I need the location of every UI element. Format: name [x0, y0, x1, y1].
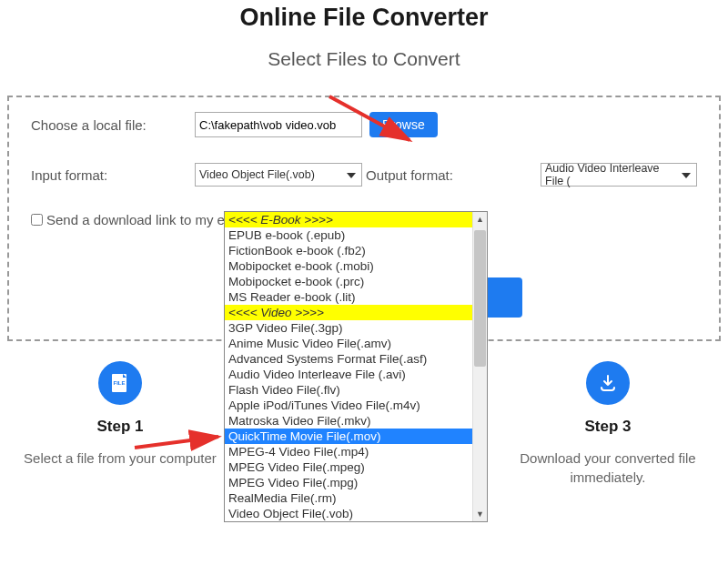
output-format-label: Output format:	[366, 167, 453, 183]
dropdown-option[interactable]: Video Object File(.vob)	[225, 506, 487, 521]
step-3-desc: Download your converted file immediately…	[495, 449, 721, 487]
email-checkbox[interactable]	[31, 214, 43, 226]
output-format-select[interactable]: Audio Video Interleave File (	[541, 163, 697, 187]
step-3-title: Step 3	[495, 418, 721, 436]
page-subtitle: Select Files to Convert	[0, 48, 728, 70]
svg-text:FILE: FILE	[114, 380, 126, 386]
annotation-arrow-mov	[129, 409, 238, 459]
dropdown-option[interactable]: MPEG Video File(.mpeg)	[225, 459, 487, 475]
dropdown-option[interactable]: Apple iPod/iTunes Video File(.m4v)	[225, 398, 487, 413]
dropdown-option[interactable]: Advanced Systems Format File(.asf)	[225, 351, 487, 367]
scroll-thumb[interactable]	[474, 230, 486, 367]
dropdown-option[interactable]: 3GP Video File(.3gp)	[225, 320, 487, 336]
dropdown-option[interactable]: Audio Video Interleave File (.avi)	[225, 367, 487, 382]
file-icon: FILE	[98, 361, 142, 405]
dropdown-option[interactable]: MPEG-4 Video File(.mp4)	[225, 444, 487, 459]
dropdown-option[interactable]: Anime Music Video File(.amv)	[225, 336, 487, 351]
dropdown-option[interactable]: Flash Video File(.flv)	[225, 382, 487, 398]
scroll-up-icon[interactable]: ▲	[473, 212, 487, 227]
dropdown-group-header: <<<< Video >>>>	[225, 305, 487, 320]
annotation-arrow-browse	[320, 87, 430, 155]
file-label: Choose a local file:	[31, 117, 195, 133]
dropdown-option[interactable]: Mobipocket e-book (.mobi)	[225, 258, 487, 274]
dropdown-group-header: <<<< E-Book >>>>	[225, 212, 487, 227]
page-title: Online File Converter	[0, 0, 728, 32]
dropdown-option[interactable]: RealMedia File(.rm)	[225, 490, 487, 506]
download-icon	[586, 361, 630, 405]
dropdown-option[interactable]: QuickTime Movie File(.mov)	[225, 429, 487, 444]
step-3: Step 3 Download your converted file imme…	[495, 361, 721, 487]
dropdown-scrollbar[interactable]: ▲ ▼	[472, 212, 487, 521]
input-format-label: Input format:	[31, 167, 195, 183]
dropdown-option[interactable]: Mobipocket e-book (.prc)	[225, 274, 487, 289]
scroll-down-icon[interactable]: ▼	[473, 507, 487, 521]
dropdown-option[interactable]: EPUB e-book (.epub)	[225, 227, 487, 243]
dropdown-option[interactable]: MPEG Video File(.mpg)	[225, 475, 487, 490]
dropdown-option[interactable]: FictionBook e-book (.fb2)	[225, 243, 487, 258]
input-format-dropdown: <<<< E-Book >>>>EPUB e-book (.epub)Ficti…	[224, 211, 488, 522]
input-format-select[interactable]: Video Object File(.vob)	[195, 163, 362, 187]
dropdown-option[interactable]: Matroska Video File(.mkv)	[225, 413, 487, 429]
dropdown-option[interactable]: MS Reader e-book (.lit)	[225, 289, 487, 305]
